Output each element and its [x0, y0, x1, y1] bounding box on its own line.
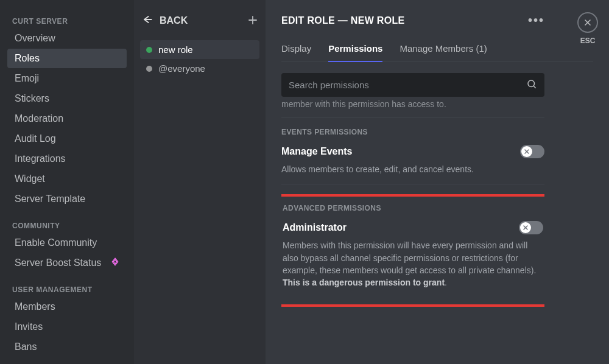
search-icon: [526, 79, 537, 91]
sidebar-item-server-template[interactable]: Server Template: [7, 189, 127, 209]
section-title: EVENTS PERMISSIONS: [281, 128, 544, 136]
sidebar-item-invites[interactable]: Invites: [7, 317, 127, 337]
toggle-knob-icon: [520, 222, 531, 233]
sidebar-group-title: USER MANAGEMENT: [5, 281, 129, 296]
sidebar-item-server-boost-status[interactable]: Server Boost Status: [7, 253, 127, 273]
toggle-knob-icon: [521, 146, 532, 157]
sidebar-item-roles[interactable]: Roles: [7, 49, 127, 68]
sidebar-item-members[interactable]: Members: [7, 297, 127, 317]
more-options-button[interactable]: •••: [528, 13, 544, 27]
search-permissions[interactable]: [281, 73, 544, 97]
sidebar-item-moderation[interactable]: Moderation: [7, 109, 127, 128]
sidebar-group-title: CURT SERVER: [5, 12, 129, 28]
sidebar-group-title: COMMUNITY: [5, 217, 129, 233]
sidebar-item-enable-community[interactable]: Enable Community: [7, 233, 127, 253]
permission-description: Allows members to create, edit, and canc…: [281, 163, 544, 175]
settings-sidebar: CURT SERVER Overview Roles Emoji Sticker…: [0, 0, 134, 364]
page-title: EDIT ROLE — NEW ROLE: [281, 15, 404, 26]
sidebar-item-stickers[interactable]: Stickers: [7, 89, 127, 108]
tab-permissions[interactable]: Permissions: [328, 37, 382, 62]
roles-column: BACK new role @everyone: [134, 0, 266, 364]
permission-name: Administrator: [283, 222, 347, 233]
sidebar-item-bans[interactable]: Bans: [7, 337, 127, 357]
highlight-box-administrator: ADVANCED PERMISSIONS Administrator Membe…: [281, 194, 544, 307]
role-item-everyone[interactable]: @everyone: [140, 59, 259, 78]
back-label: BACK: [160, 15, 188, 26]
esc-label: ESC: [580, 37, 596, 45]
section-title: ADVANCED PERMISSIONS: [283, 204, 543, 212]
arrow-left-icon: [141, 13, 153, 28]
permission-description: Members with this permission will have e…: [283, 239, 543, 289]
tab-manage-members[interactable]: Manage Members (1): [400, 37, 487, 62]
add-role-button[interactable]: [247, 15, 258, 27]
sidebar-item-widget[interactable]: Widget: [7, 169, 127, 189]
close-button[interactable]: [577, 12, 598, 33]
permission-name: Manage Events: [281, 146, 352, 157]
sidebar-item-emoji[interactable]: Emoji: [7, 69, 127, 88]
search-input[interactable]: [289, 80, 526, 90]
svg-line-6: [533, 86, 536, 88]
role-label: @everyone: [158, 63, 205, 74]
role-color-dot: [146, 47, 152, 53]
permission-manage-events: Manage Events Allows members to create, …: [281, 145, 544, 175]
toggle-manage-events[interactable]: [520, 145, 544, 158]
permission-administrator: Administrator Members with this permissi…: [283, 221, 543, 289]
clipped-description: member with this permission has access t…: [281, 97, 544, 109]
toggle-administrator[interactable]: [519, 221, 543, 234]
svg-point-5: [528, 80, 535, 87]
back-button[interactable]: BACK: [141, 13, 188, 28]
role-label: new role: [158, 44, 193, 55]
sidebar-item-overview[interactable]: Overview: [7, 29, 127, 48]
section-events-permissions: EVENTS PERMISSIONS Manage Events Allows …: [281, 128, 544, 175]
role-color-dot: [146, 66, 152, 72]
tab-display[interactable]: Display: [281, 37, 311, 62]
tabs: Display Permissions Manage Members (1): [281, 37, 593, 62]
sidebar-item-integrations[interactable]: Integrations: [7, 149, 127, 169]
role-item-new-role[interactable]: new role: [140, 40, 259, 59]
sidebar-item-audit-log[interactable]: Audit Log: [7, 129, 127, 149]
boost-icon: [111, 257, 119, 268]
main-panel: ESC EDIT ROLE — NEW ROLE ••• Display Per…: [266, 0, 609, 364]
